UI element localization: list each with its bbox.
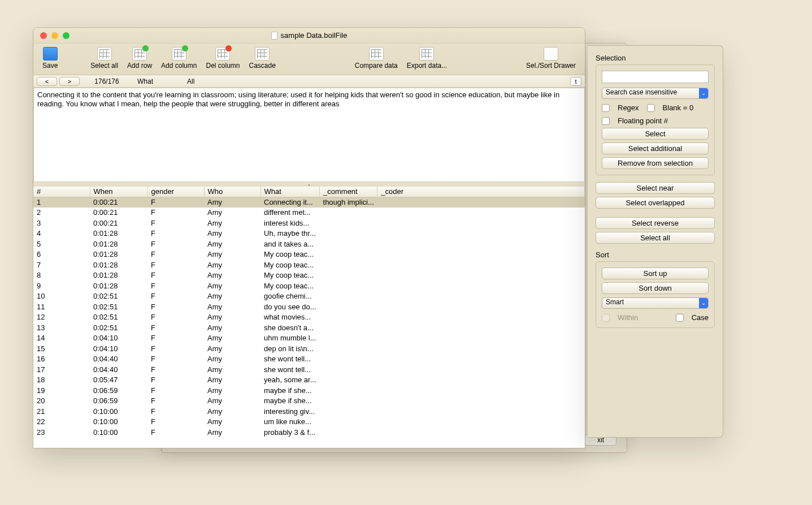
scope-label: All: [178, 77, 194, 85]
toolbar: Save Select all Add row Add column Del c…: [33, 44, 585, 75]
table-cell: she wont tell...: [260, 354, 320, 365]
data-table-scroll[interactable]: #WhengenderWhoWhat_comment_coder 10:00:2…: [33, 187, 585, 448]
table-row[interactable]: 110:02:51FAmydo you see do...: [33, 301, 585, 312]
table-cell: [320, 312, 377, 323]
table-row[interactable]: 30:00:21FAmyinterest kids...: [33, 218, 585, 228]
select-reverse-button[interactable]: Select reverse: [596, 217, 715, 229]
field-label: What: [134, 77, 176, 85]
sel-sort-drawer: Selection Search case insensitive⌄ Regex…: [588, 45, 723, 438]
column-header[interactable]: _coder: [377, 187, 585, 197]
table-cell: 0:00:21: [90, 218, 147, 228]
blank0-checkbox[interactable]: [647, 104, 655, 112]
table-row[interactable]: 70:01:28FAmyMy coop teac...: [33, 260, 585, 270]
table-row[interactable]: 140:04:10FAmyuhm mumble l...: [33, 333, 585, 344]
table-row[interactable]: 160:04:40FAmyshe wont tell...: [33, 354, 585, 365]
save-button[interactable]: Save: [38, 46, 62, 71]
table-row[interactable]: 20:00:21FAmydifferent met...: [33, 208, 585, 218]
cascade-button[interactable]: Cascade: [245, 46, 280, 71]
column-header[interactable]: When: [90, 187, 147, 197]
table-cell: F: [147, 208, 204, 218]
sort-mode-select[interactable]: Smart⌄: [602, 297, 709, 309]
table-row[interactable]: 40:01:28FAmyUh, maybe thr...: [33, 228, 585, 239]
table-cell: 17: [33, 364, 90, 375]
table-cell: 19: [33, 385, 90, 396]
table-cell: Amy: [204, 228, 260, 239]
table-row[interactable]: 150:04:10FAmydep on lit is\n...: [33, 343, 585, 354]
table-cell: 13: [33, 322, 90, 333]
table-cell: goofie chemi...: [260, 291, 320, 302]
table-cell: 12: [33, 312, 90, 323]
column-header[interactable]: _comment: [320, 187, 377, 197]
table-row[interactable]: 130:02:51FAmyshe doesn't a...: [33, 322, 585, 333]
table-cell: probably 3 & f...: [260, 427, 320, 438]
t-button[interactable]: t: [570, 77, 581, 86]
splitter-handle[interactable]: •: [33, 182, 585, 187]
table-row[interactable]: 230:10:00FAmyprobably 3 & f...: [33, 427, 585, 438]
table-row[interactable]: 90:01:28FAmyMy coop teac...: [33, 280, 585, 291]
table-cell: [377, 239, 585, 249]
table-cell: F: [147, 427, 204, 438]
table-cell: F: [147, 291, 204, 302]
table-row[interactable]: 80:01:28FAmyMy coop teac...: [33, 270, 585, 281]
select-overlapped-button[interactable]: Select overlapped: [596, 197, 715, 209]
del-column-button[interactable]: Del column: [201, 46, 244, 71]
table-row[interactable]: 210:10:00FAmyinteresting giv...: [33, 406, 585, 417]
table-row[interactable]: 50:01:28FAmy and it takes a...: [33, 239, 585, 249]
table-row[interactable]: 100:02:51FAmy goofie chemi...: [33, 291, 585, 302]
table-cell: Amy: [204, 270, 260, 281]
document-icon: [271, 32, 277, 40]
table-cell: 16: [33, 354, 90, 365]
table-cell: Amy: [204, 343, 260, 354]
select-button[interactable]: Select: [602, 128, 709, 140]
float-checkbox[interactable]: [602, 117, 610, 125]
table-row[interactable]: 180:05:47FAmyyeah, some ar...: [33, 375, 585, 386]
table-cell: [320, 417, 377, 428]
select-all-button[interactable]: Select all: [86, 46, 123, 71]
table-row[interactable]: 190:06:59FAmymaybe if she...: [33, 385, 585, 396]
search-input[interactable]: [602, 71, 709, 83]
add-column-button[interactable]: Add column: [157, 46, 201, 71]
table-cell: 0:10:00: [90, 417, 147, 428]
next-button[interactable]: >: [59, 77, 80, 86]
select-all-button-drawer[interactable]: Select all: [596, 232, 715, 244]
table-cell: 0:02:51: [90, 291, 147, 302]
table-row[interactable]: 170:04:40FAmyshe wont tell...: [33, 364, 585, 375]
table-row[interactable]: 60:01:28FAmyMy coop teac...: [33, 249, 585, 260]
search-mode-select[interactable]: Search case insensitive⌄: [602, 88, 709, 99]
table-cell: Amy: [204, 239, 260, 249]
sort-down-button[interactable]: Sort down: [602, 282, 709, 294]
compare-data-button[interactable]: Compare data: [350, 46, 402, 71]
detail-textarea[interactable]: Connecting it to the content that you're…: [33, 88, 585, 182]
table-cell: 0:01:28: [90, 239, 147, 249]
table-cell: F: [147, 260, 204, 270]
table-cell: [320, 249, 377, 260]
sel-sort-drawer-button[interactable]: Sel./Sort Drawer: [522, 46, 580, 71]
table-row[interactable]: 220:10:00FAmyum like nuke...: [33, 417, 585, 428]
column-header[interactable]: Who: [204, 187, 260, 197]
column-header[interactable]: What: [260, 187, 320, 197]
table-cell: 0:04:10: [90, 333, 147, 344]
add-row-button[interactable]: Add row: [123, 46, 157, 71]
compare-data-label: Compare data: [355, 62, 398, 70]
table-cell: F: [147, 270, 204, 281]
select-near-button[interactable]: Select near: [596, 182, 715, 194]
column-header[interactable]: gender: [147, 187, 204, 197]
selection-panel: Search case insensitive⌄ Regex Blank = 0…: [596, 64, 715, 175]
select-additional-button[interactable]: Select additional: [602, 143, 709, 154]
table-row[interactable]: 120:02:51FAmywhat movies...: [33, 312, 585, 323]
table-cell: 0:00:21: [90, 208, 147, 218]
export-data-button[interactable]: Export data...: [402, 46, 451, 71]
table-cell: 9: [33, 280, 90, 291]
table-cell: she doesn't a...: [260, 322, 320, 333]
sort-up-button[interactable]: Sort up: [602, 267, 709, 279]
titlebar: sample Data.boilFile: [33, 28, 585, 44]
table-row[interactable]: 200:06:59FAmymaybe if she...: [33, 396, 585, 407]
table-row[interactable]: 10:00:21FAmyConnecting it...though impli…: [33, 197, 585, 208]
case-checkbox[interactable]: [676, 314, 684, 322]
regex-checkbox[interactable]: [602, 104, 610, 112]
prev-button[interactable]: <: [37, 77, 57, 86]
table-cell: [377, 197, 585, 208]
remove-from-selection-button[interactable]: Remove from selection: [602, 157, 709, 169]
column-header[interactable]: #: [33, 187, 90, 197]
table-cell: 0:00:21: [90, 197, 147, 208]
